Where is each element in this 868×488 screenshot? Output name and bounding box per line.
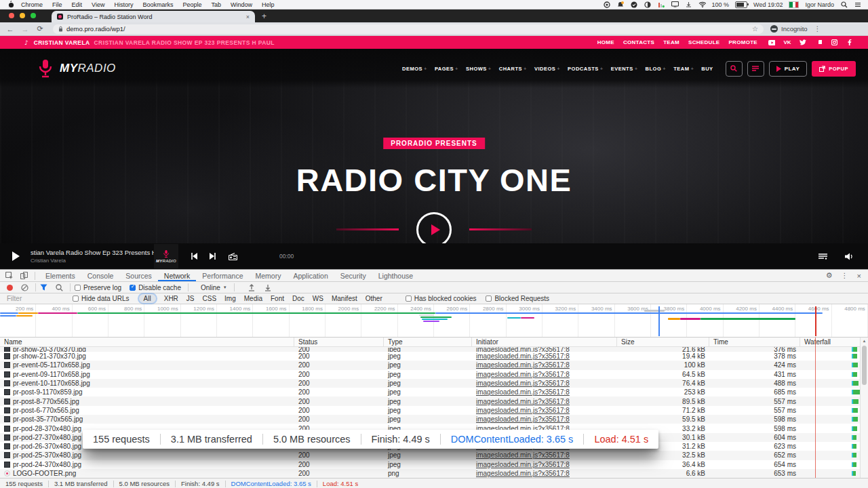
chrome-menu-icon[interactable]: ⋮ — [814, 25, 821, 33]
notification-bell-icon[interactable] — [617, 1, 625, 8]
column-header-name[interactable]: Name — [0, 338, 294, 346]
column-header-time[interactable]: Time — [709, 338, 800, 346]
menubar-item[interactable]: View — [92, 1, 104, 8]
topbar-link[interactable]: CONTACTS — [623, 39, 654, 45]
filter-type-option[interactable]: JS — [186, 295, 195, 302]
menubar-item[interactable]: People — [182, 1, 201, 8]
disable-cache-checkbox[interactable] — [130, 285, 136, 291]
keyboard-layout-flag-icon[interactable] — [789, 1, 799, 8]
header-play-button[interactable]: PLAY — [769, 61, 808, 77]
forward-button[interactable]: → — [20, 25, 30, 33]
request-name[interactable]: pr-pod-26-370x480.jpg — [13, 443, 81, 450]
request-initiator-link[interactable]: imagesloaded.min.js?x35617:8 — [472, 415, 617, 423]
topbar-link[interactable]: PROMOTE — [728, 39, 757, 45]
network-request-row[interactable]: pr-post-35-770x565.jpg 200 jpeg imageslo… — [0, 415, 868, 424]
request-initiator-link[interactable]: imagesloaded.min.js?x35617:8 — [472, 380, 617, 387]
nav-item[interactable]: TEAM+ — [673, 66, 694, 72]
inspect-element-icon[interactable] — [5, 272, 14, 280]
blocked-cookies-label[interactable]: Has blocked cookies — [414, 295, 477, 302]
request-initiator-link[interactable]: imagesloaded.min.js?x35617:8 — [472, 407, 617, 414]
shield-check-icon[interactable] — [631, 1, 638, 8]
topbar-link[interactable]: SCHEDULE — [688, 39, 719, 45]
next-track-button[interactable] — [210, 253, 216, 260]
blocked-requests-checkbox[interactable] — [486, 296, 492, 302]
volume-button[interactable] — [845, 253, 853, 260]
request-name[interactable]: pr-pod-27-370x480.jpg — [13, 434, 81, 441]
network-request-row[interactable]: pr-event-10-1170x658.jpg 200 jpeg images… — [0, 379, 868, 388]
hide-data-urls-label[interactable]: Hide data URLs — [81, 295, 130, 302]
notification-center-icon[interactable] — [854, 1, 861, 8]
hide-data-urls-checkbox[interactable] — [73, 296, 79, 302]
request-initiator-link[interactable]: imagesloaded.min.js?x35617:8 — [472, 461, 617, 468]
request-name[interactable]: pr-event-10-1170x658.jpg — [13, 380, 90, 387]
request-name[interactable]: pr-show-20-370x370.jpg — [13, 347, 86, 352]
radio-mode-button[interactable] — [229, 253, 237, 260]
network-request-row[interactable]: LOGO-FOOTER.png 200 png imagesloaded.min… — [0, 469, 868, 478]
network-request-row[interactable]: pr-post-6-770x565.jpg 200 jpeg imagesloa… — [0, 406, 868, 415]
nav-item[interactable]: EVENTS+ — [611, 66, 638, 72]
request-name[interactable]: pr-event-09-1170x658.jpg — [13, 371, 90, 378]
preserve-log-label[interactable]: Preserve log — [83, 284, 121, 291]
export-har-icon[interactable] — [264, 284, 271, 291]
header-playlist-button[interactable] — [747, 61, 764, 77]
nav-item[interactable]: VIDEOS+ — [534, 66, 560, 72]
menubar-item[interactable]: Tab — [211, 1, 221, 8]
airdrop-icon[interactable] — [685, 1, 692, 8]
tab-close-icon[interactable]: × — [246, 14, 250, 20]
popup-button[interactable]: POPUP — [812, 61, 856, 77]
nav-item[interactable]: CHARTS+ — [499, 66, 527, 72]
display-icon[interactable] — [671, 1, 679, 8]
request-initiator-link[interactable]: imagesloaded.min.js?x35617:8 — [472, 361, 617, 369]
nav-item[interactable]: BLOG+ — [646, 66, 667, 72]
menubar-clock[interactable]: Wed 19:02 — [753, 1, 783, 8]
column-header-type[interactable]: Type — [384, 338, 472, 346]
request-name[interactable]: pr-post-9-1170x859.jpg — [13, 388, 83, 396]
bookmark-star-icon[interactable]: ☆ — [752, 25, 758, 33]
devtools-tab[interactable]: Network — [158, 270, 197, 281]
header-search-button[interactable] — [726, 61, 743, 77]
scrollbar-up-arrow[interactable]: ▲ — [861, 339, 868, 343]
site-logo[interactable]: MYRADIO — [37, 58, 116, 79]
column-header-waterfall[interactable]: Waterfall — [800, 338, 868, 346]
devtools-menu-icon[interactable]: ⋮ — [842, 272, 848, 279]
request-name[interactable]: pr-show-21-370x370.jpg — [13, 352, 86, 360]
user-name[interactable]: Igor Nardo — [805, 1, 834, 8]
scrollbar-thumb[interactable] — [862, 346, 867, 385]
nav-item[interactable]: PAGES+ — [435, 66, 458, 72]
filter-type-option[interactable]: CSS — [203, 295, 217, 302]
filter-type-option[interactable]: Font — [271, 295, 284, 302]
contrast-icon[interactable] — [644, 1, 652, 8]
devtools-tab[interactable]: Application — [287, 270, 334, 281]
nav-item[interactable]: BUY — [701, 66, 714, 72]
network-request-row[interactable]: pr-pod-25-370x480.jpg 200 jpeg imagesloa… — [0, 451, 868, 460]
filter-type-option[interactable]: Media — [244, 295, 262, 302]
menubar-item[interactable]: Chrome — [21, 1, 43, 8]
filter-type-option[interactable]: Other — [366, 295, 382, 302]
minimize-window-button[interactable] — [20, 13, 25, 18]
filter-funnel-icon[interactable] — [40, 284, 47, 291]
blocked-cookies-checkbox[interactable] — [406, 296, 412, 302]
hero-play-button[interactable] — [416, 212, 452, 243]
column-header-initiator[interactable]: Initiator — [472, 338, 617, 346]
back-button[interactable]: ← — [5, 25, 15, 33]
devtools-tab[interactable]: Elements — [39, 270, 81, 281]
menubar-item[interactable]: History — [114, 1, 133, 8]
clear-network-log-icon[interactable] — [21, 284, 28, 291]
youtube-icon[interactable] — [768, 39, 775, 46]
devtools-tab[interactable]: Memory — [249, 270, 287, 281]
player-playlist-button[interactable] — [818, 253, 827, 260]
menubar-item[interactable]: Window — [231, 1, 252, 8]
close-window-button[interactable] — [9, 13, 14, 18]
filter-input[interactable] — [5, 294, 73, 303]
devtools-tab[interactable]: Lighthouse — [372, 270, 419, 281]
menubar-item[interactable]: Edit — [72, 1, 83, 8]
filter-type-option[interactable]: Manifest — [332, 295, 357, 302]
request-name[interactable]: pr-post-8-770x565.jpg — [13, 398, 79, 405]
record-network-log-button[interactable] — [7, 285, 13, 291]
column-header-status[interactable]: Status — [294, 338, 384, 346]
omnibox[interactable]: demo.pro.radio/wp1/ ☆ — [53, 24, 764, 34]
browser-tab[interactable]: ProRadio – Radio Station Word × — [52, 11, 255, 22]
blocked-requests-label[interactable]: Blocked Requests — [494, 295, 549, 302]
reload-button[interactable]: ⟳ — [35, 24, 45, 33]
throttling-select[interactable]: Online▼ — [201, 284, 227, 291]
